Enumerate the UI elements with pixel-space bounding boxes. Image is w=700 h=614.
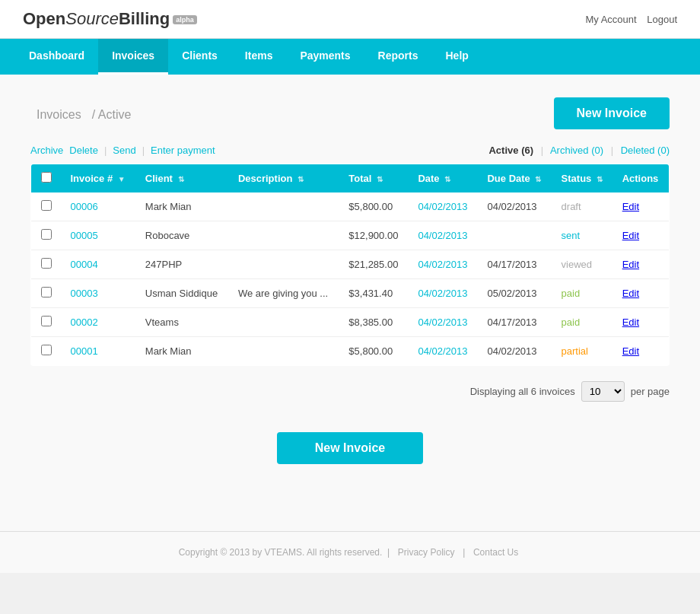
th-description[interactable]: Description ⇅ [229, 164, 339, 193]
nav-item-help[interactable]: Help [431, 39, 482, 75]
display-count: Displaying all 6 invoices [470, 386, 575, 397]
invoices-table: Invoice # ▼ Client ⇅ Description ⇅ Total… [30, 164, 670, 366]
my-account-link[interactable]: My Account [585, 14, 636, 25]
enter-payment-link[interactable]: Enter payment [151, 145, 215, 156]
total-cell: $21,285.00 [339, 250, 409, 279]
th-date[interactable]: Date ⇅ [409, 164, 478, 193]
main-nav: Dashboard Invoices Clients Items Payment… [0, 39, 700, 75]
select-all-checkbox[interactable] [41, 172, 52, 183]
invoice-num-cell: 00006 [62, 192, 136, 221]
status-cell: paid [552, 308, 613, 337]
logo: OpenSourceBillingalpha [23, 9, 197, 29]
status-cell: paid [552, 279, 613, 308]
edit-link[interactable]: Edit [622, 259, 639, 270]
date-cell: 04/02/2013 [409, 337, 478, 366]
footer: Copyright © 2013 by VTEAMS. All rights r… [0, 531, 700, 573]
nav-item-reports[interactable]: Reports [364, 39, 432, 75]
edit-link[interactable]: Edit [622, 317, 639, 328]
nav-link-reports[interactable]: Reports [364, 39, 432, 72]
client-cell: Usman Siddique [136, 279, 229, 308]
client-cell: Vteams [136, 308, 229, 337]
send-link[interactable]: Send [113, 145, 135, 156]
client-cell: Mark Mian [136, 192, 229, 221]
invoice-num-cell: 00005 [62, 221, 136, 250]
invoice-num-link[interactable]: 00002 [71, 317, 98, 328]
due-date-cell: 04/17/2013 [478, 308, 552, 337]
th-due-date[interactable]: Due Date ⇅ [478, 164, 552, 193]
invoice-num-link[interactable]: 00001 [71, 345, 98, 357]
status-cell: sent [552, 221, 613, 250]
footer-privacy[interactable]: Privacy Policy [398, 547, 455, 558]
nav-link-clients[interactable]: Clients [168, 39, 231, 72]
invoice-num-link[interactable]: 00005 [71, 230, 98, 241]
date-cell: 04/02/2013 [409, 221, 478, 250]
nav-link-help[interactable]: Help [431, 39, 482, 72]
row-checkbox[interactable] [41, 287, 52, 297]
invoice-num-link[interactable]: 00006 [71, 201, 98, 212]
actions-cell: Edit [613, 250, 670, 279]
footer-copyright: Copyright © 2013 by VTEAMS. All rights r… [179, 547, 383, 558]
logo-alpha: alpha [173, 15, 197, 24]
nav-item-clients[interactable]: Clients [168, 39, 231, 75]
archived-tab[interactable]: Archived (0) [550, 145, 606, 156]
row-checkbox-col[interactable] [31, 308, 62, 337]
nav-item-dashboard[interactable]: Dashboard [15, 39, 98, 75]
total-cell: $3,431.40 [339, 279, 409, 308]
nav-link-items[interactable]: Items [231, 39, 287, 72]
due-date-cell: 04/02/2013 [478, 192, 552, 221]
edit-link[interactable]: Edit [622, 201, 639, 212]
row-checkbox-col[interactable] [31, 337, 62, 366]
total-cell: $12,900.00 [339, 221, 409, 250]
th-client[interactable]: Client ⇅ [136, 164, 229, 193]
due-date-cell: 05/02/2013 [478, 279, 552, 308]
row-checkbox[interactable] [41, 200, 52, 211]
due-date-cell [478, 221, 552, 250]
deleted-tab[interactable]: Deleted (0) [621, 145, 670, 156]
due-date-cell: 04/17/2013 [478, 250, 552, 279]
row-checkbox-col[interactable] [31, 221, 62, 250]
active-tab: Active (6) [488, 145, 536, 156]
th-invoice-num[interactable]: Invoice # ▼ [62, 164, 136, 193]
th-status[interactable]: Status ⇅ [552, 164, 613, 193]
row-checkbox-col[interactable] [31, 192, 62, 221]
date-cell: 04/02/2013 [409, 250, 478, 279]
top-links: My Account Logout [578, 14, 677, 25]
nav-item-invoices[interactable]: Invoices [98, 39, 168, 75]
select-all-col[interactable] [31, 164, 62, 193]
new-invoice-button-bottom[interactable]: New Invoice [277, 432, 423, 464]
row-checkbox-col[interactable] [31, 279, 62, 308]
client-cell: Robocave [136, 221, 229, 250]
nav-link-dashboard[interactable]: Dashboard [15, 39, 98, 72]
row-checkbox[interactable] [41, 229, 52, 240]
invoice-num-cell: 00003 [62, 279, 136, 308]
logo-open: Open [23, 9, 65, 28]
status-cell: draft [552, 192, 613, 221]
table-row: 00003 Usman Siddique We are giving you .… [31, 279, 670, 308]
nav-item-items[interactable]: Items [231, 39, 287, 75]
nav-item-payments[interactable]: Payments [286, 39, 364, 75]
page-title: Invoices / Active [30, 103, 131, 122]
row-checkbox-col[interactable] [31, 250, 62, 279]
new-invoice-button-top[interactable]: New Invoice [554, 97, 670, 129]
invoice-num-link[interactable]: 00003 [71, 288, 98, 299]
edit-link[interactable]: Edit [622, 288, 639, 299]
delete-link[interactable]: Delete [69, 145, 98, 156]
nav-link-invoices[interactable]: Invoices [98, 39, 168, 72]
row-checkbox[interactable] [41, 316, 52, 326]
table-row: 00001 Mark Mian $5,800.00 04/02/2013 04/… [31, 337, 670, 366]
edit-link[interactable]: Edit [622, 345, 639, 357]
th-total[interactable]: Total ⇅ [339, 164, 409, 193]
edit-link[interactable]: Edit [622, 230, 639, 241]
total-cell: $5,800.00 [339, 337, 409, 366]
description-cell [229, 308, 339, 337]
per-page-select[interactable]: 10 25 50 100 [581, 381, 625, 402]
row-checkbox[interactable] [41, 258, 52, 269]
toolbar: Archive Delete | Send | Enter payment Ac… [30, 145, 670, 156]
row-checkbox[interactable] [41, 345, 52, 355]
toolbar-left: Archive Delete | Send | Enter payment [30, 145, 215, 156]
archive-link[interactable]: Archive [30, 145, 63, 156]
invoice-num-link[interactable]: 00004 [71, 259, 98, 270]
logout-link[interactable]: Logout [647, 14, 677, 25]
nav-link-payments[interactable]: Payments [286, 39, 364, 72]
footer-contact[interactable]: Contact Us [473, 547, 518, 558]
